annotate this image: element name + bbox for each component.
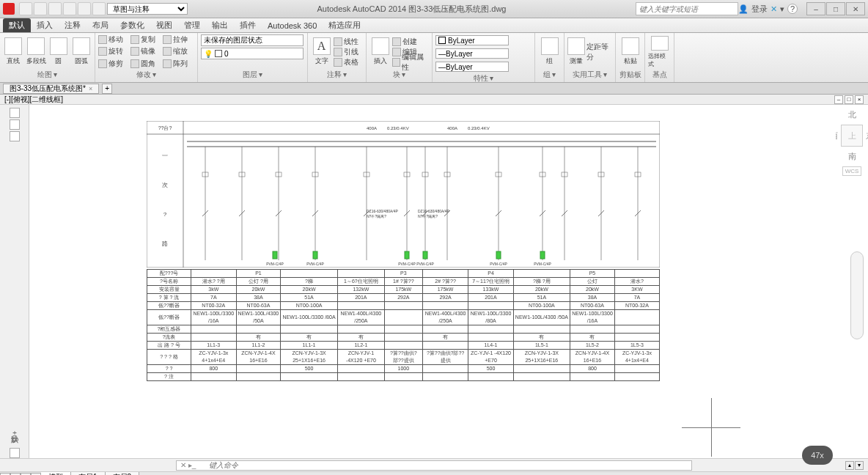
ribbon-label-group: 组 ▾ — [538, 69, 561, 81]
command-line: ✕ ▸_ ▴ ▾ — [0, 458, 868, 471]
draw-直线[interactable]: 直线 — [3, 36, 24, 68]
help-dropdown-icon[interactable]: ▾ — [780, 4, 784, 14]
modify-修剪[interactable]: 修剪 — [98, 59, 129, 69]
workspace-dropdown[interactable]: 草图与注释 — [107, 3, 188, 15]
maximize-button[interactable]: □ — [826, 2, 845, 15]
paste-button[interactable]: 粘贴 — [619, 36, 641, 68]
command-input[interactable] — [176, 460, 692, 471]
draw-圆[interactable]: 圆 — [48, 36, 70, 68]
modify-圆角[interactable]: 圆角 — [130, 59, 161, 69]
menu-tab-5[interactable]: 视图 — [150, 18, 178, 32]
layer-state-dropdown[interactable]: 未保存的图层状态 — [201, 34, 304, 46]
block-创建[interactable]: 创建 — [392, 37, 429, 47]
layout-next-icon[interactable]: ▸ — [21, 473, 31, 476]
cmd-prompt-icon[interactable]: ✕ ▸_ — [180, 461, 196, 469]
modify-拉伸[interactable]: 拉伸 — [163, 34, 194, 45]
menu-tab-0[interactable]: 默认 — [3, 18, 31, 32]
menu-tab-4[interactable]: 参数化 — [114, 18, 150, 32]
vp-maximize-icon[interactable]: □ — [845, 95, 853, 104]
qat-new-icon[interactable] — [19, 2, 32, 15]
qat-save-icon[interactable] — [48, 2, 62, 15]
menu-tab-9[interactable]: Autodesk 360 — [262, 20, 323, 32]
annot-表格[interactable]: 表格 — [334, 57, 363, 67]
modify-复制[interactable]: 复制 — [130, 34, 161, 45]
nav-south[interactable]: 南 — [848, 151, 856, 162]
new-tab-button[interactable]: + — [102, 84, 112, 94]
vp-minimize-icon[interactable]: – — [834, 95, 843, 104]
vp-close-icon[interactable]: × — [855, 95, 864, 104]
drawing-table: 配???号P1P3P4P5?号名称潜水? ?用公灯 ?用?梯1～6?住宅照明1#… — [147, 269, 660, 381]
menu-tab-1[interactable]: 插入 — [31, 18, 59, 32]
viewport-label[interactable]: [-][俯视][二维线框] — [4, 95, 63, 105]
divide-button[interactable]: 定距等分 — [586, 47, 612, 57]
layout-first-icon[interactable]: |◂ — [0, 473, 10, 476]
annot-线性[interactable]: 线性 — [334, 37, 363, 47]
menu-tab-6[interactable]: 管理 — [178, 18, 206, 32]
document-tab[interactable]: 图3-33低压配电系统图* × — [3, 84, 99, 94]
draw-多段线[interactable]: 多段线 — [26, 36, 47, 68]
modify-移动[interactable]: 移动 — [98, 34, 129, 45]
qat-print-icon[interactable] — [92, 2, 106, 15]
menu-tab-8[interactable]: 插件 — [234, 18, 262, 32]
group-button[interactable]: 组 — [538, 36, 561, 68]
measure-button[interactable]: 测量 — [567, 36, 585, 68]
left-tool-1[interactable] — [10, 108, 20, 118]
viewport[interactable]: 默认±0 ??台?一次?路400A0.23/0.4KV400A0.23/0.4K… — [0, 105, 868, 458]
nav-north[interactable]: 北 — [848, 109, 856, 120]
close-button[interactable]: ✕ — [846, 2, 865, 15]
drawing-canvas[interactable]: ??台?一次?路400A0.23/0.4KV400A0.23/0.4KVPVM-… — [29, 105, 836, 458]
app-logo-icon[interactable] — [3, 3, 15, 15]
modify-旋转[interactable]: 旋转 — [98, 46, 129, 56]
annot-引线[interactable]: 引线 — [334, 47, 363, 57]
left-tool-2[interactable] — [10, 119, 20, 130]
cmd-up-icon[interactable]: ▴ — [845, 461, 854, 470]
cmd-down-icon[interactable]: ▾ — [855, 461, 864, 470]
user-icon[interactable]: 👤 — [738, 4, 749, 14]
layout-last-icon[interactable]: ▸| — [31, 473, 41, 476]
select-mode-button[interactable]: 选择模式 — [648, 36, 671, 68]
current-layer-dropdown[interactable]: 💡 0 — [201, 48, 304, 59]
text-button[interactable]: A文字 — [311, 36, 332, 68]
navigation-bar[interactable] — [850, 251, 864, 339]
menu-tab-3[interactable]: 布局 — [87, 18, 114, 32]
help-icon[interactable]: ? — [787, 4, 798, 14]
ribbon-group-draw: 直线多段线圆圆弧 绘图 ▾ — [0, 33, 95, 82]
layout-tab-布局2[interactable]: 布局2 — [106, 472, 140, 476]
help-search-input[interactable] — [636, 2, 738, 15]
ribbon-label-properties: 特性 ▾ — [435, 73, 532, 84]
wcs-badge[interactable]: WCS — [842, 166, 862, 176]
exchange-icon[interactable]: ✕ — [770, 4, 777, 14]
left-tool-bottom[interactable] — [10, 448, 20, 458]
menu-tab-7[interactable]: 输出 — [206, 18, 234, 32]
modify-阵列[interactable]: 阵列 — [163, 59, 194, 69]
ribbon-tabs: 默认插入注释布局参数化视图管理输出插件Autodesk 360精选应用 — [0, 18, 868, 33]
svg-text:??台?: ??台? — [158, 125, 172, 130]
svg-rect-61 — [496, 251, 501, 259]
zoom-badge[interactable]: 47x — [802, 446, 833, 465]
block-编辑属性[interactable]: 编辑属性 — [392, 57, 429, 67]
left-tool-3[interactable] — [10, 131, 20, 141]
layout-tab-模型[interactable]: 模型 — [41, 472, 71, 476]
qat-undo-icon[interactable] — [63, 2, 76, 15]
insert-block-button[interactable]: 插入 — [369, 36, 391, 68]
layout-prev-icon[interactable]: ◂ — [10, 473, 21, 476]
svg-text:PVM-C/4P: PVM-C/4P — [398, 262, 416, 266]
draw-圆弧[interactable]: 圆弧 — [70, 36, 92, 68]
linetype-bylayer-dropdown[interactable]: — ByLayer — [435, 62, 509, 72]
color-bylayer-dropdown[interactable]: ByLayer — [435, 35, 509, 45]
qat-redo-icon[interactable] — [78, 2, 91, 15]
menu-tab-2[interactable]: 注释 — [59, 18, 87, 32]
layout-tab-布局1[interactable]: 布局1 — [71, 472, 106, 476]
qat-open-icon[interactable] — [34, 2, 47, 15]
menu-tab-10[interactable]: 精选应用 — [323, 18, 367, 32]
login-link[interactable]: 登录 — [751, 4, 768, 15]
modify-镜像[interactable]: 镜像 — [130, 46, 161, 56]
ribbon-label-utilities: 实用工具 ▾ — [567, 69, 612, 81]
viewcube[interactable]: 上 — [841, 125, 863, 147]
modify-缩放[interactable]: 缩放 — [163, 46, 194, 56]
lineweight-bylayer-dropdown[interactable]: — ByLayer — [435, 48, 509, 59]
ribbon-group-utilities: 测量 定距等分 实用工具 ▾ — [564, 33, 616, 82]
minimize-button[interactable]: – — [806, 2, 825, 15]
svg-text:一: 一 — [162, 152, 168, 159]
document-tab-close-icon[interactable]: × — [89, 85, 92, 92]
